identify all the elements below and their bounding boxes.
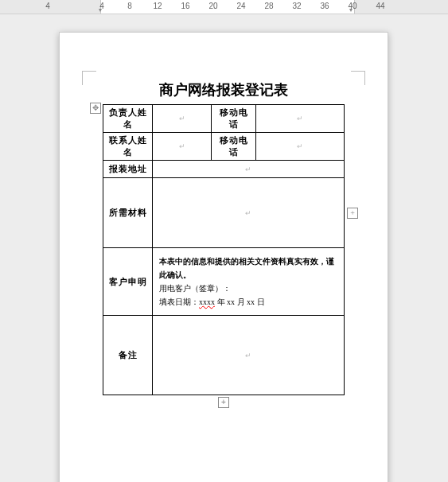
contact-phone-label[interactable]: 移动电话 xyxy=(212,133,256,161)
ruler-number: 36 xyxy=(320,2,329,10)
table-row[interactable]: 备注 xyxy=(103,316,345,395)
owner-phone-cell[interactable] xyxy=(256,105,345,133)
table-row[interactable]: 联系人姓名 移动电话 xyxy=(103,133,345,161)
declaration-text[interactable]: 本表中的信息和提供的相关文件资料真实有效，谨此确认。 用电客户（签章）： 填表日… xyxy=(156,250,341,313)
ruler-number: 4 xyxy=(99,2,104,10)
contact-name-label[interactable]: 联系人姓名 xyxy=(103,133,153,161)
table-row[interactable]: 客户申明 本表中的信息和提供的相关文件资料真实有效，谨此确认。 用电客户（签章）… xyxy=(103,248,345,316)
materials-cell[interactable]: + xyxy=(153,178,345,248)
date-month-suffix: 月 xyxy=(235,297,247,306)
page[interactable]: 商户网络报装登记表 ✥ 负责人姓名 移动电话 xyxy=(59,32,388,482)
declaration-cell[interactable]: 本表中的信息和提供的相关文件资料真实有效，谨此确认。 用电客户（签章）： 填表日… xyxy=(153,248,345,316)
date-month-placeholder[interactable]: xx xyxy=(227,297,235,306)
table-row[interactable]: 报装地址 xyxy=(103,161,345,178)
date-day-suffix: 日 xyxy=(255,297,265,306)
contact-phone-cell[interactable] xyxy=(256,133,345,161)
date-year-suffix: 年 xyxy=(215,297,227,306)
remark-label[interactable]: 备注 xyxy=(103,316,153,395)
signature-label: 用电客户（签章）： xyxy=(159,284,231,293)
ruler-track: ▾ ▾ 448121620242832364044 xyxy=(0,0,448,14)
ruler-number: 12 xyxy=(153,2,162,10)
table-row[interactable]: 负责人姓名 移动电话 xyxy=(103,105,345,133)
row-insert-handle[interactable]: + xyxy=(347,208,358,219)
form-table[interactable]: 负责人姓名 移动电话 联系人姓名 移动电话 报装地址 xyxy=(103,104,345,395)
ruler-number: 4 xyxy=(45,2,50,10)
workspace: 商户网络报装登记表 ✥ 负责人姓名 移动电话 xyxy=(0,14,448,482)
ruler-number: 24 xyxy=(236,2,245,10)
address-cell[interactable] xyxy=(153,161,345,178)
ruler-number: 40 xyxy=(348,2,356,10)
date-label: 填表日期： xyxy=(159,297,199,306)
ruler-number: 32 xyxy=(292,2,301,10)
form-table-wrap: ✥ 负责人姓名 移动电话 联系人姓名 xyxy=(103,104,345,395)
margin-corner-tr xyxy=(351,71,365,85)
owner-name-cell[interactable] xyxy=(153,105,212,133)
page-content[interactable]: 商户网络报装登记表 ✥ 负责人姓名 移动电话 xyxy=(103,80,345,395)
ruler-number: 16 xyxy=(181,2,189,10)
margin-corner-tl xyxy=(82,71,96,85)
ruler-number: 20 xyxy=(208,2,217,10)
declaration-line3[interactable]: 填表日期：xxxx 年 xx 月 xx 日 xyxy=(159,295,337,309)
owner-phone-label[interactable]: 移动电话 xyxy=(212,105,256,133)
ruler-number: 8 xyxy=(127,2,132,10)
contact-name-cell[interactable] xyxy=(153,133,212,161)
document-title[interactable]: 商户网络报装登记表 xyxy=(103,80,345,99)
ruler-number: 44 xyxy=(376,2,384,10)
date-day-placeholder[interactable]: xx xyxy=(247,297,255,306)
table-add-handle[interactable]: + xyxy=(218,397,229,408)
horizontal-ruler[interactable]: ▾ ▾ 448121620242832364044 xyxy=(0,0,448,14)
materials-label[interactable]: 所需材料 xyxy=(103,178,153,248)
declaration-line2[interactable]: 用电客户（签章）： xyxy=(159,282,337,295)
date-year-placeholder[interactable]: xxxx xyxy=(199,297,215,306)
declaration-label[interactable]: 客户申明 xyxy=(103,248,153,316)
ruler-number: 28 xyxy=(264,2,273,10)
remark-cell[interactable] xyxy=(153,316,345,395)
table-move-handle[interactable]: ✥ xyxy=(90,103,101,114)
declaration-line1[interactable]: 本表中的信息和提供的相关文件资料真实有效，谨此确认。 xyxy=(159,255,337,282)
table-row[interactable]: 所需材料 + xyxy=(103,178,345,248)
document-editor: ▾ ▾ 448121620242832364044 商户网络报装登记表 ✥ 负责… xyxy=(0,0,448,482)
owner-name-label[interactable]: 负责人姓名 xyxy=(103,105,153,133)
address-label[interactable]: 报装地址 xyxy=(103,161,153,178)
ruler-active-segment xyxy=(100,0,355,14)
